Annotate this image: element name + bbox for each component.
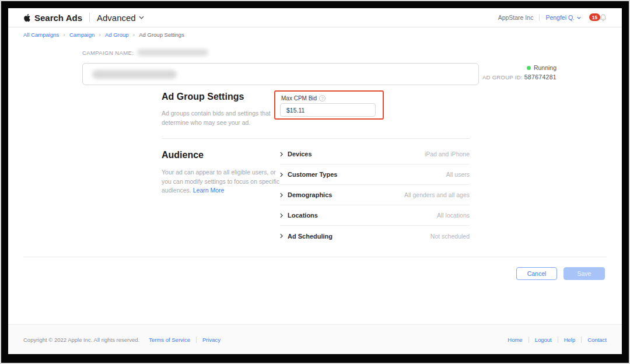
breadcrumb-ad-group[interactable]: Ad Group (105, 32, 129, 38)
campaign-name-redacted (137, 49, 208, 56)
chevron-right-icon (280, 213, 283, 218)
row-label: Demographics (288, 191, 332, 198)
ad-group-name-input[interactable] (82, 63, 479, 85)
help-icon[interactable] (319, 95, 326, 102)
chevron-right-icon (280, 192, 283, 198)
privacy-link[interactable]: Privacy (202, 337, 220, 343)
footer-divider (528, 337, 529, 343)
row-value: Not scheduled (430, 233, 470, 240)
audience-row-ad-scheduling[interactable]: Ad Scheduling Not scheduled (280, 226, 470, 246)
chevron-right-icon (280, 152, 283, 157)
status-label: Running (534, 64, 556, 71)
audience-row-locations[interactable]: Locations All locations (280, 205, 470, 226)
chevron-right-icon (133, 31, 135, 38)
row-value: All locations (437, 212, 470, 219)
section-divider (162, 138, 470, 139)
ad-group-id-label: AD GROUP ID: (482, 74, 523, 80)
max-cpm-label: Max CPM Bid (281, 95, 317, 102)
row-value: All users (446, 171, 470, 178)
chevron-down-icon (577, 16, 581, 19)
app-window: Search Ads Advanced AppStare Inc Pengfei… (8, 8, 622, 354)
audience-section-intro: Audience Your ad can appear to all eligi… (162, 150, 283, 195)
campaign-name-label: CAMPAIGN NAME: (82, 50, 134, 56)
notifications-button[interactable]: 15 (589, 13, 607, 22)
screenshot-frame: Search Ads Advanced AppStare Inc Pengfei… (0, 0, 630, 364)
logout-link[interactable]: Logout (535, 337, 552, 343)
breadcrumb: All Campaigns Campaign Ad Group Ad Group… (23, 31, 184, 38)
save-button[interactable]: Save (564, 267, 605, 280)
copyright-text: Copyright © 2022 Apple Inc. All rights r… (23, 337, 139, 343)
breadcrumb-campaign[interactable]: Campaign (69, 32, 94, 38)
advanced-menu-button[interactable]: Advanced (97, 13, 144, 23)
max-cpm-highlight-box: Max CPM Bid (274, 90, 384, 120)
advanced-label: Advanced (97, 13, 136, 23)
notification-badge: 15 (589, 13, 600, 21)
audience-settings-list: Devices iPad and iPhone Customer Types A… (280, 144, 470, 246)
cancel-button[interactable]: Cancel (516, 267, 557, 280)
audience-row-demographics[interactable]: Demographics All genders and all ages (280, 185, 470, 205)
settings-section-title: Ad Group Settings (162, 92, 275, 102)
header-divider (539, 15, 540, 21)
header-divider (89, 13, 90, 22)
help-link[interactable]: Help (564, 337, 576, 343)
apple-logo-icon (23, 13, 31, 22)
brand-label: Search Ads (34, 13, 82, 23)
audience-section-description: Your ad can appear to all eligible users… (162, 168, 283, 195)
audience-section-title: Audience (162, 150, 283, 160)
home-link[interactable]: Home (508, 337, 522, 343)
footer-divider (196, 337, 197, 343)
action-buttons: Cancel Save (516, 267, 605, 280)
row-value: All genders and all ages (404, 191, 470, 198)
footer-divider (558, 337, 558, 343)
ad-group-id-value: 587674281 (524, 74, 556, 80)
row-value: iPad and iPhone (425, 150, 470, 158)
row-label: Locations (288, 212, 318, 219)
chevron-down-icon (139, 16, 144, 19)
learn-more-link[interactable]: Learn More (193, 187, 225, 194)
bell-icon (600, 13, 607, 24)
contact-link[interactable]: Contact (587, 337, 607, 343)
ad-group-name-redacted (92, 70, 177, 79)
terms-of-service-link[interactable]: Terms of Service (149, 337, 190, 343)
breadcrumb-all-campaigns[interactable]: All Campaigns (23, 32, 59, 38)
settings-section-intro: Ad Group Settings Ad groups contain bids… (162, 92, 275, 127)
chevron-right-icon (280, 172, 283, 177)
row-label: Customer Types (288, 171, 337, 178)
breadcrumb-current: Ad Group Settings (139, 32, 184, 38)
footer: Copyright © 2022 Apple Inc. All rights r… (8, 324, 622, 354)
chevron-right-icon (99, 31, 101, 38)
settings-section-description: Ad groups contain bids and settings that… (162, 109, 275, 127)
row-label: Devices (288, 150, 312, 158)
org-name: AppStare Inc (498, 14, 534, 21)
max-cpm-input[interactable] (280, 103, 376, 117)
actions-divider (23, 257, 607, 257)
status-dot-icon (527, 66, 531, 70)
brand-logo[interactable]: Search Ads (23, 13, 82, 23)
audience-row-devices[interactable]: Devices iPad and iPhone (280, 144, 470, 164)
audience-row-customer-types[interactable]: Customer Types All users (280, 164, 470, 185)
chevron-right-icon (280, 233, 283, 239)
user-name: Pengfei Q. (545, 14, 575, 21)
top-navigation-bar: Search Ads Advanced AppStare Inc Pengfei… (8, 8, 622, 27)
campaign-name-row: CAMPAIGN NAME: (82, 49, 208, 56)
user-menu-button[interactable]: Pengfei Q. (545, 14, 581, 21)
footer-divider (581, 337, 582, 343)
status-block: Running AD GROUP ID: 587674281 (440, 64, 556, 80)
row-label: Ad Scheduling (288, 233, 332, 240)
chevron-right-icon (63, 31, 65, 38)
